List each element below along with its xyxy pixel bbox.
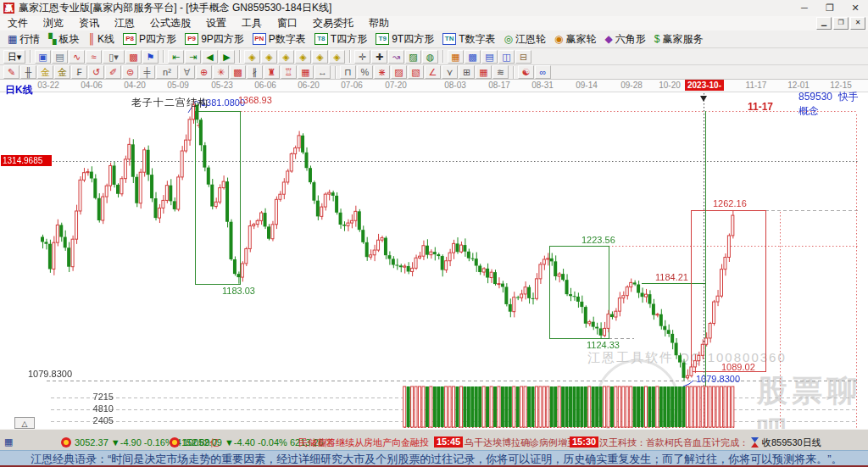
angle-tool-button[interactable]: ∠ bbox=[425, 65, 441, 79]
hand-tool-button[interactable]: ✛ bbox=[354, 50, 370, 64]
report-button[interactable]: ▤ bbox=[52, 50, 68, 64]
golden-section-button[interactable]: 金 bbox=[37, 65, 53, 79]
flag-button[interactable]: ⚑ bbox=[142, 50, 159, 64]
save-disk-button[interactable]: ◫ bbox=[498, 50, 515, 64]
menu-item-1[interactable]: 浏览 bbox=[36, 16, 71, 31]
slash-tool-button[interactable]: ≋ bbox=[492, 65, 509, 79]
calendar-button[interactable]: ▦ bbox=[448, 50, 464, 64]
marker-button[interactable]: ▯▾ bbox=[103, 50, 125, 64]
angle-pen-button[interactable]: ✐ bbox=[105, 65, 121, 79]
a-tool-button[interactable]: ∀ bbox=[179, 65, 195, 79]
grid-hash-button[interactable]: ╪ bbox=[139, 65, 155, 79]
mdi-minimize-button[interactable]: ▁ bbox=[816, 17, 832, 30]
mdi-restore-button[interactable]: ❐ bbox=[833, 17, 849, 30]
star-tool-button[interactable]: ✳ bbox=[213, 65, 229, 79]
wheel-tool-button[interactable]: ◍ bbox=[422, 50, 438, 64]
tower-tool-button[interactable]: ♜ bbox=[264, 65, 280, 79]
target-tool-button[interactable]: ⊕ bbox=[196, 65, 212, 79]
period-day-button-button[interactable]: 日▾ bbox=[3, 50, 25, 64]
chart-type-button[interactable]: ▣ bbox=[35, 50, 51, 64]
toolbar-button-hexagon[interactable]: ◆六角形 bbox=[601, 31, 650, 47]
menu-item-5[interactable]: 设置 bbox=[198, 16, 234, 31]
toolbar-button-t-table[interactable]: TNT数字表 bbox=[438, 31, 499, 47]
toolbar-button-kline[interactable]: ║K线 bbox=[84, 31, 120, 47]
fill-box-button[interactable]: ▧ bbox=[408, 65, 424, 79]
hatch-lines-button[interactable]: ╫ bbox=[20, 65, 36, 79]
mdi-close-button[interactable]: ✕ bbox=[850, 17, 865, 30]
menu-item-6[interactable]: 工具 bbox=[234, 16, 270, 31]
pattern-tool-button[interactable]: ▨ bbox=[405, 50, 421, 64]
taiji-ball-button[interactable]: ☯ bbox=[518, 65, 534, 79]
gann-angle-5-button[interactable]: ◈ bbox=[312, 50, 328, 64]
toolbar-button-p-square[interactable]: P8P四方形 bbox=[119, 31, 181, 47]
toolbar-button-gann-wheel[interactable]: ◎江恩轮 bbox=[500, 31, 550, 47]
sz-index-icon[interactable] bbox=[170, 437, 180, 448]
menu-item-2[interactable]: 资讯 bbox=[71, 16, 107, 31]
minimize-button[interactable]: ─ bbox=[792, 0, 817, 16]
maximize-button[interactable]: ❐ bbox=[817, 0, 843, 16]
check-tool-button[interactable]: ⋎ bbox=[442, 65, 458, 79]
step-back-button[interactable]: ◀ bbox=[202, 50, 218, 64]
hatch-box-button[interactable]: ▨ bbox=[391, 65, 407, 79]
save-layout-button[interactable]: ▤ bbox=[481, 50, 498, 64]
p-square-label: P四方形 bbox=[139, 32, 176, 47]
gann-angle-6-button[interactable]: ◈ bbox=[329, 50, 345, 64]
menu-item-0[interactable]: 文件 bbox=[0, 16, 36, 31]
jump-first-button[interactable]: ⇤ bbox=[168, 50, 184, 64]
gann-angle-4-button[interactable]: ◈ bbox=[295, 50, 311, 64]
grid-tool-button[interactable]: ▦ bbox=[298, 65, 314, 79]
percent-tool-button[interactable]: % bbox=[357, 65, 373, 79]
toolbar-button-t-square[interactable]: T8T四方形 bbox=[310, 31, 371, 47]
kline-chart-canvas[interactable] bbox=[0, 81, 868, 435]
expand-pane-button[interactable]: △ bbox=[14, 417, 35, 429]
export-button[interactable]: ⊟ bbox=[515, 50, 531, 64]
star-tool-icon: ✳ bbox=[217, 67, 225, 77]
infinity-tool-button[interactable]: ∞ bbox=[535, 65, 551, 79]
step-forward-button[interactable]: ▶ bbox=[219, 50, 235, 64]
golden-box-button[interactable]: 金 bbox=[54, 65, 70, 79]
toolbar-button-winner-wheel[interactable]: ◉赢家轮 bbox=[550, 31, 600, 47]
toolbar-button-quotes[interactable]: ▦行情 bbox=[3, 31, 44, 47]
toolbar-button-sectors[interactable]: ▚板块 bbox=[44, 31, 83, 47]
jump-last-button[interactable]: ⇥ bbox=[185, 50, 201, 64]
a-tool-icon: ∀ bbox=[184, 67, 191, 77]
box-x-tool-button[interactable]: ▩ bbox=[230, 65, 246, 79]
curve-tool-button[interactable]: ↝ bbox=[388, 50, 404, 64]
toolbar-button-9p-square[interactable]: P99P四方形 bbox=[181, 31, 248, 47]
sh-index-icon[interactable] bbox=[61, 437, 71, 448]
toolbar-button-9t-square[interactable]: T99T四方形 bbox=[371, 31, 438, 47]
menu-item-8[interactable]: 交易委托 bbox=[305, 16, 361, 31]
toolbar-button-winner-service[interactable]: $赢家服务 bbox=[650, 31, 708, 47]
gann-angle-2-button[interactable]: ◈ bbox=[261, 50, 277, 64]
fort-tool-button[interactable]: ♖ bbox=[281, 65, 297, 79]
gann-angle-1-button[interactable]: ◈ bbox=[244, 50, 260, 64]
table-tool-button[interactable]: ⊞ bbox=[459, 65, 475, 79]
n-square-button[interactable]: n² bbox=[156, 65, 178, 79]
price-ruler-button[interactable]: ₣ bbox=[71, 65, 87, 79]
close-button[interactable]: ✕ bbox=[843, 0, 868, 16]
news-headline-2[interactable]: 汉王科技：首款柯氏音血压计完成： bbox=[599, 436, 748, 449]
draw-pen-button[interactable]: ✎ bbox=[3, 65, 19, 79]
menu-item-9[interactable]: 帮助 bbox=[361, 16, 397, 31]
crosshair-button[interactable]: ✚ bbox=[371, 50, 387, 64]
crop-tool-button[interactable]: ⊓ bbox=[340, 65, 356, 79]
quote-grid-icon[interactable]: ▦ bbox=[4, 437, 15, 447]
rays-tool-button[interactable]: ⋇ bbox=[374, 65, 390, 79]
circle-tool-button[interactable]: ⊜ bbox=[122, 65, 138, 79]
news-ticker-1[interactable]: 民储蓄将继续从房地产向金融投 bbox=[298, 436, 429, 449]
trendline-button[interactable]: ∿ bbox=[69, 50, 85, 64]
menu-item-7[interactable]: 窗口 bbox=[270, 16, 305, 31]
gann-grid-button[interactable]: ▩ bbox=[125, 50, 142, 64]
toolbar-button-p-table[interactable]: PNP数字表 bbox=[248, 31, 310, 47]
gann-angle-3-button[interactable]: ◈ bbox=[278, 50, 294, 64]
menu-item-4[interactable]: 公式选股 bbox=[142, 16, 198, 31]
sz-index-value: 10052.09 bbox=[183, 437, 222, 448]
menu-item-3[interactable]: 江恩 bbox=[107, 16, 142, 31]
width-tool-button[interactable]: ↔ bbox=[314, 65, 331, 79]
trendline2-button[interactable]: ≈ bbox=[86, 50, 102, 64]
dense-grid-button[interactable]: ▦ bbox=[476, 65, 492, 79]
width-tool-icon: ↔ bbox=[318, 67, 327, 77]
k-mark-button[interactable]: ∦ bbox=[247, 65, 263, 79]
spiral-button[interactable]: ↺ bbox=[88, 65, 104, 79]
calculator-button[interactable]: ▩ bbox=[465, 50, 481, 64]
